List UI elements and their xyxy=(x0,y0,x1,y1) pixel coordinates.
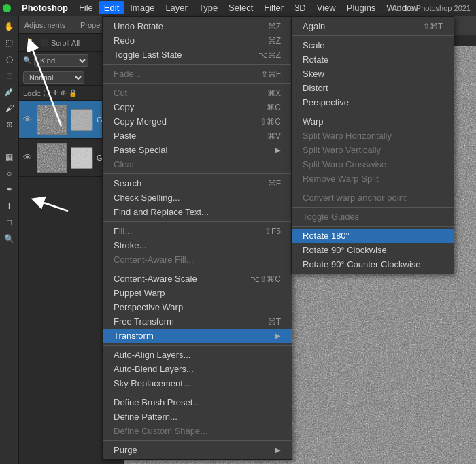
scroll-all-label: Scroll All xyxy=(51,39,80,47)
submenu-scale[interactable]: Scale xyxy=(292,38,454,52)
submenu-rotate-180[interactable]: Rotate 180° xyxy=(292,229,454,243)
submenu-split-warp-h[interactable]: Split Warp Horizontally xyxy=(292,129,454,143)
menu-define-brush-preset[interactable]: Define Brush Preset... xyxy=(103,395,292,410)
menu-auto-align-layers[interactable]: Auto-Align Layers... xyxy=(103,348,292,362)
submenu-rotate[interactable]: Rotate xyxy=(292,52,454,67)
menu-separator xyxy=(292,207,454,208)
crop-tool[interactable]: ⊡ xyxy=(2,68,17,83)
shortcut-label: ⌘T xyxy=(268,317,281,327)
menu-puppet-warp[interactable]: Puppet Warp xyxy=(103,286,292,300)
blend-mode-dropdown[interactable]: Normal xyxy=(23,71,84,84)
submenu-rotate-90-ccw[interactable]: Rotate 90° Counter Clockwise xyxy=(292,257,454,271)
menu-fill[interactable]: Fill... ⇧F5 xyxy=(103,224,292,238)
menu-stroke[interactable]: Stroke... xyxy=(103,238,292,252)
svg-rect-2 xyxy=(37,144,67,173)
dodge-tool[interactable]: ○ xyxy=(2,166,17,181)
menu-define-custom-shape[interactable]: Define Custom Shape... xyxy=(103,424,292,438)
visibility-icon[interactable]: 👁 xyxy=(23,152,33,163)
brush-tool[interactable]: 🖌 xyxy=(2,101,17,116)
menu-view[interactable]: View xyxy=(311,1,341,14)
submenu-convert-warp-anchor[interactable]: Convert warp anchor point xyxy=(292,190,454,205)
submenu-item-label: Rotate 90° Clockwise xyxy=(303,245,387,255)
submenu-remove-warp-split[interactable]: Remove Warp Split xyxy=(292,171,454,186)
hand-tool[interactable]: ✋ xyxy=(2,19,17,34)
menu-cut[interactable]: Cut ⌘X xyxy=(103,86,292,100)
menu-edit[interactable]: Edit xyxy=(99,1,124,14)
menu-define-pattern[interactable]: Define Pattern... xyxy=(103,410,292,424)
lasso-tool[interactable]: ◌ xyxy=(2,52,17,67)
shape-tool[interactable]: □ xyxy=(2,215,17,230)
menu-item-label: Undo Rotate xyxy=(114,21,262,31)
submenu-split-warp-c[interactable]: Split Warp Crosswise xyxy=(292,157,454,171)
menu-paste-special[interactable]: Paste Special xyxy=(103,143,292,157)
submenu-again[interactable]: Again ⇧⌘T xyxy=(292,19,454,33)
menu-redo[interactable]: Redo ⌘Z xyxy=(103,33,292,48)
menu-plugins[interactable]: Plugins xyxy=(341,1,381,14)
menu-select[interactable]: Select xyxy=(223,1,258,14)
submenu-skew[interactable]: Skew xyxy=(292,67,454,81)
menu-undo-rotate[interactable]: Undo Rotate ⌘Z xyxy=(103,19,292,33)
kind-dropdown[interactable]: Kind xyxy=(34,54,88,67)
submenu-item-label: Toggle Guides xyxy=(303,212,359,222)
hand-tool-small[interactable]: ✋ xyxy=(23,35,38,50)
shortcut-label: ⇧⌘F xyxy=(261,69,281,79)
menu-type[interactable]: Type xyxy=(193,1,223,14)
menu-item-label: Sky Replacement... xyxy=(114,378,281,388)
menu-filter[interactable]: Filter xyxy=(258,1,289,14)
menu-search[interactable]: Search ⌘F xyxy=(103,176,292,190)
menu-separator xyxy=(292,226,454,227)
menu-layer[interactable]: Layer xyxy=(160,1,193,14)
pen-tool[interactable]: ✒ xyxy=(2,182,17,197)
menu-transform[interactable]: Transform xyxy=(103,329,292,343)
lock-label: Lock: xyxy=(23,89,41,97)
menu-image[interactable]: Image xyxy=(124,1,160,14)
tab-adjustments[interactable]: Adjustments xyxy=(19,16,71,33)
menu-content-aware-fill[interactable]: Content-Aware Fill... xyxy=(103,252,292,267)
submenu-split-warp-v[interactable]: Split Warp Vertically xyxy=(292,143,454,157)
submenu-distort[interactable]: Distort xyxy=(292,81,454,95)
menu-clear[interactable]: Clear xyxy=(103,157,292,171)
submenu-item-label: Split Warp Crosswise xyxy=(303,159,386,169)
text-tool[interactable]: T xyxy=(2,199,17,214)
submenu-rotate-90-cw[interactable]: Rotate 90° Clockwise xyxy=(292,243,454,257)
eraser-tool[interactable]: ◻ xyxy=(2,133,17,148)
lock-pixels-icon[interactable]: ⬚ xyxy=(44,89,50,97)
menu-perspective-warp[interactable]: Perspective Warp xyxy=(103,300,292,314)
submenu-perspective[interactable]: Perspective xyxy=(292,95,454,110)
menu-toggle-last-state[interactable]: Toggle Last State ⌥⌘Z xyxy=(103,48,292,62)
menu-purge[interactable]: Purge xyxy=(103,443,292,457)
app-name[interactable]: Photoshop xyxy=(16,1,73,14)
submenu-item-label: Rotate xyxy=(303,54,328,65)
lock-all-icon[interactable]: 🔒 xyxy=(69,89,77,97)
menu-separator xyxy=(103,64,292,65)
svg-rect-3 xyxy=(71,148,93,169)
clone-tool[interactable]: ⊕ xyxy=(2,117,17,132)
layer-mask-thumbnail xyxy=(71,147,92,169)
menu-copy[interactable]: Copy ⌘C xyxy=(103,100,292,114)
menu-content-aware-scale[interactable]: Content-Aware Scale ⌥⇧⌘C xyxy=(103,271,292,286)
menu-fade[interactable]: Fade... ⇧⌘F xyxy=(103,67,292,81)
select-tool[interactable]: ⬚ xyxy=(2,35,17,50)
eyedropper-tool[interactable]: 💉 xyxy=(2,84,17,99)
gradient-tool[interactable]: ▦ xyxy=(2,150,17,165)
menu-auto-blend-layers[interactable]: Auto-Blend Layers... xyxy=(103,362,292,376)
submenu-toggle-guides[interactable]: Toggle Guides xyxy=(292,210,454,224)
menu-3d[interactable]: 3D xyxy=(289,1,311,14)
traffic-light-green[interactable] xyxy=(3,4,11,12)
lock-artboard-icon[interactable]: ⊕ xyxy=(61,89,66,97)
submenu-item-label: Rotate 180° xyxy=(303,231,350,241)
menu-sky-replacement[interactable]: Sky Replacement... xyxy=(103,376,292,391)
submenu-item-label: Distort xyxy=(303,83,328,93)
menu-paste[interactable]: Paste ⌘V xyxy=(103,129,292,143)
zoom-tool[interactable]: 🔍 xyxy=(2,231,17,246)
submenu-warp[interactable]: Warp xyxy=(292,114,454,129)
visibility-icon[interactable]: 👁 xyxy=(23,114,33,125)
lock-move-icon[interactable]: ✛ xyxy=(52,89,58,97)
menu-item-label: Transform xyxy=(114,331,267,341)
menu-file[interactable]: File xyxy=(73,1,99,14)
scroll-all-checkbox[interactable] xyxy=(41,39,48,46)
menu-check-spelling[interactable]: Check Spelling... xyxy=(103,190,292,205)
menu-find-replace[interactable]: Find and Replace Text... xyxy=(103,205,292,219)
menu-copy-merged[interactable]: Copy Merged ⇧⌘C xyxy=(103,114,292,129)
menu-free-transform[interactable]: Free Transform ⌘T xyxy=(103,314,292,329)
